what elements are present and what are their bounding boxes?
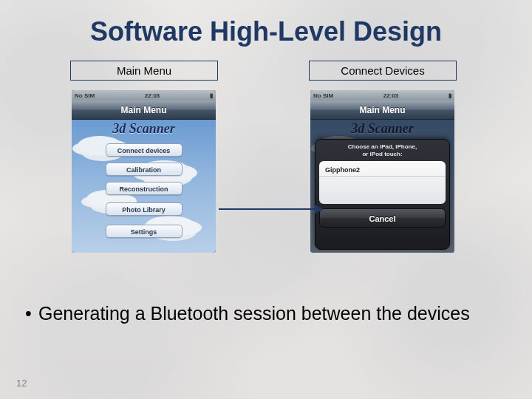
status-battery-icon: ▮ — [449, 92, 451, 99]
bullet-text: •Generating a Bluetooth session between … — [25, 303, 507, 325]
status-time: 22:03 — [383, 92, 398, 99]
phone-connect-devices: No SIM 22:03 ▮ Main Menu 3d Scanner Choo… — [310, 90, 454, 253]
nav-title: Main Menu — [72, 100, 216, 120]
cancel-button[interactable]: Cancel — [319, 208, 446, 228]
status-time: 22:03 — [145, 92, 160, 99]
bullet-content: Generating a Bluetooth session between t… — [38, 303, 470, 324]
slide-title: Software High-Level Design — [0, 0, 532, 47]
page-number: 12 — [16, 378, 27, 389]
status-carrier: No SIM — [75, 92, 95, 99]
menu-reconstruction[interactable]: Reconstruction — [106, 182, 183, 195]
sheet-title: Choose an iPad, iPhone, or iPod touch: — [319, 143, 446, 158]
phone-main-menu: No SIM 22:03 ▮ Main Menu 3d Scanner Conn… — [72, 90, 216, 253]
status-bar: No SIM 22:03 ▮ — [72, 90, 216, 100]
device-list: Gipphone2 — [319, 161, 446, 204]
menu-calibration[interactable]: Calibration — [106, 163, 183, 176]
label-connect-devices: Connect Devices — [309, 61, 457, 81]
sheet-title-line2: or iPod touch: — [362, 151, 402, 157]
sheet-title-line1: Choose an iPad, iPhone, — [348, 143, 417, 150]
arrow-icon — [219, 208, 322, 210]
device-item[interactable]: Gipphone2 — [319, 164, 446, 177]
menu-settings[interactable]: Settings — [106, 225, 183, 238]
bullet-dot-icon: • — [25, 303, 38, 325]
device-picker-sheet: Choose an iPad, iPhone, or iPod touch: G… — [315, 139, 450, 250]
device-list-empty — [319, 177, 446, 199]
app-title: 3d Scanner — [72, 120, 216, 137]
screen-background: 3d Scanner Connect devices Calibration R… — [72, 120, 216, 253]
status-carrier: No SIM — [313, 92, 333, 99]
content-area: Main Menu Connect Devices No SIM 22:03 ▮… — [0, 61, 532, 282]
menu-connect-devices[interactable]: Connect devices — [106, 143, 183, 157]
menu-photo-library[interactable]: Photo Library — [106, 202, 183, 216]
status-bar: No SIM 22:03 ▮ — [310, 90, 454, 100]
label-main-menu: Main Menu — [70, 61, 218, 81]
status-battery-icon: ▮ — [210, 92, 213, 99]
nav-title: Main Menu — [310, 100, 454, 120]
